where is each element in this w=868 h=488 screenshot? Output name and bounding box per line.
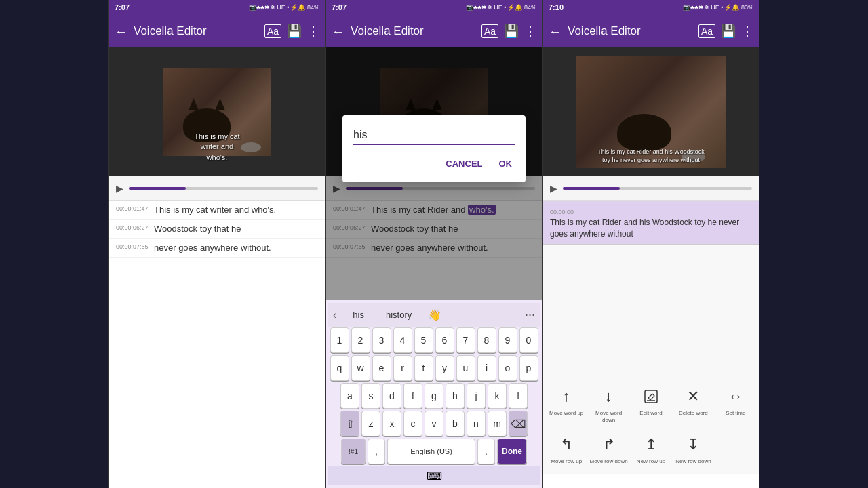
key-s[interactable]: s: [361, 383, 380, 409]
key-2[interactable]: 2: [351, 327, 370, 353]
move-word-down-button[interactable]: ↓ Move word down: [588, 380, 629, 427]
left-more-icon[interactable]: ⋮: [307, 24, 319, 39]
left-play-button[interactable]: ▶: [116, 183, 123, 194]
action-grid: ↑ Move word up ↓ Move word down Edit wor…: [546, 380, 756, 469]
keyboard-row-asdf: a s d f g h j k l: [328, 383, 540, 409]
new-row-up-label: New row up: [637, 458, 665, 465]
key-m[interactable]: m: [488, 411, 507, 436]
left-font-icon[interactable]: Aa: [264, 24, 281, 38]
middle-save-icon[interactable]: 💾: [504, 24, 519, 39]
right-app-bar: ← Voicella Editor Aa 💾 ⋮: [543, 15, 759, 47]
right-app-title: Voicella Editor: [568, 24, 693, 38]
edit-dialog: CANCEL OK: [342, 115, 526, 182]
keyboard-dismiss-icon[interactable]: ⌨: [427, 470, 442, 483]
key-p[interactable]: p: [519, 355, 538, 381]
right-progress-bar[interactable]: [563, 187, 752, 190]
key-comma[interactable]: ,: [368, 439, 385, 464]
right-subtitle-overlay: This is my cat Rider and his Woodstockto…: [576, 148, 726, 164]
key-9[interactable]: 9: [498, 327, 517, 353]
left-back-button[interactable]: ←: [115, 24, 128, 39]
key-a[interactable]: a: [340, 383, 359, 409]
key-b[interactable]: b: [446, 411, 465, 436]
key-c[interactable]: c: [403, 411, 422, 436]
cancel-button[interactable]: CANCEL: [443, 156, 485, 171]
left-phone: 7:07 📷♣♣✱❄ UE • ⚡🔔 84% ← Voicella Editor…: [108, 0, 326, 488]
key-backspace[interactable]: ⌫: [509, 411, 528, 436]
suggestion-more[interactable]: ···: [525, 308, 535, 322]
key-j[interactable]: j: [467, 383, 486, 409]
move-word-up-button[interactable]: ↑ Move word up: [546, 380, 587, 427]
key-v[interactable]: v: [425, 411, 443, 436]
key-8[interactable]: 8: [477, 327, 496, 353]
move-row-down-button[interactable]: ↱ Move row down: [588, 428, 629, 469]
left-progress-bar[interactable]: [129, 187, 318, 190]
key-d[interactable]: d: [382, 383, 401, 409]
edit-word-label: Edit word: [639, 410, 662, 417]
key-1[interactable]: 1: [330, 327, 349, 353]
middle-font-icon[interactable]: Aa: [481, 24, 498, 38]
key-6[interactable]: 6: [435, 327, 454, 353]
key-i[interactable]: i: [477, 355, 496, 381]
key-5[interactable]: 5: [414, 327, 433, 353]
key-n[interactable]: n: [467, 411, 486, 436]
key-r[interactable]: r: [393, 355, 412, 381]
key-k[interactable]: k: [488, 383, 507, 409]
left-video-area: This is my catwriter andwho's.: [109, 47, 325, 176]
key-g[interactable]: g: [425, 383, 443, 409]
key-y[interactable]: y: [435, 355, 454, 381]
delete-word-button[interactable]: ✕ Delete word: [673, 380, 713, 427]
key-7[interactable]: 7: [456, 327, 475, 353]
key-u[interactable]: u: [456, 355, 475, 381]
key-h[interactable]: h: [446, 383, 465, 409]
table-row: 00:00:06:27 Woodstock toy that he: [109, 220, 325, 239]
left-status-bar: 7:07 📷♣♣✱❄ UE • ⚡🔔 84%: [109, 0, 325, 15]
key-t[interactable]: t: [414, 355, 433, 381]
middle-back-button[interactable]: ←: [332, 24, 345, 39]
key-space[interactable]: English (US): [387, 439, 475, 464]
right-back-button[interactable]: ←: [549, 24, 562, 39]
keyboard-bottom-row: !#1 , English (US) . Done: [328, 439, 540, 464]
move-row-up-button[interactable]: ↰ Move row up: [546, 428, 587, 469]
new-row-down-label: New row down: [675, 458, 711, 465]
delete-icon: ✕: [681, 384, 705, 409]
key-o[interactable]: o: [498, 355, 517, 381]
key-shift[interactable]: ⇧: [340, 411, 359, 436]
new-row-down-icon: ↧: [681, 432, 705, 457]
middle-more-icon[interactable]: ⋮: [524, 24, 536, 39]
keyboard-back-icon[interactable]: ‹: [333, 309, 336, 321]
key-e[interactable]: e: [372, 355, 391, 381]
key-done[interactable]: Done: [497, 439, 527, 464]
key-l[interactable]: l: [509, 383, 528, 409]
key-3[interactable]: 3: [372, 327, 391, 353]
middle-app-bar: ← Voicella Editor Aa 💾 ⋮: [326, 15, 542, 47]
move-word-up-label: Move word up: [549, 410, 583, 417]
suggestion-history[interactable]: history: [380, 308, 417, 321]
right-time: 7:10: [549, 3, 564, 12]
suggestion-emoji[interactable]: 👋: [428, 308, 441, 321]
right-playback-bar: ▶: [543, 176, 759, 201]
key-f[interactable]: f: [403, 383, 422, 409]
keyboard: ‹ his history 👋 ··· 1 2 3 4 5 6 7 8 9 0 …: [326, 300, 542, 488]
key-sym[interactable]: !#1: [341, 439, 366, 464]
right-play-button[interactable]: ▶: [550, 183, 557, 194]
key-4[interactable]: 4: [393, 327, 412, 353]
right-font-icon[interactable]: Aa: [698, 24, 715, 38]
key-x[interactable]: x: [382, 411, 401, 436]
suggestion-his[interactable]: his: [347, 308, 370, 321]
left-save-icon[interactable]: 💾: [287, 24, 302, 39]
ok-button[interactable]: OK: [496, 156, 515, 171]
right-more-icon[interactable]: ⋮: [741, 24, 753, 39]
right-save-icon[interactable]: 💾: [721, 24, 736, 39]
edit-word-button[interactable]: Edit word: [631, 380, 671, 427]
set-time-button[interactable]: ↔ Set time: [715, 380, 756, 427]
new-row-down-button[interactable]: ↧ New row down: [673, 428, 713, 469]
key-period[interactable]: .: [477, 439, 495, 464]
key-q[interactable]: q: [330, 355, 349, 381]
left-time: 7:07: [115, 3, 130, 12]
timestamp: 00:00:06:27: [116, 224, 150, 231]
key-z[interactable]: z: [361, 411, 380, 436]
new-row-up-button[interactable]: ↥ New row up: [631, 428, 671, 469]
dialog-input[interactable]: [353, 126, 515, 145]
key-w[interactable]: w: [351, 355, 370, 381]
key-0[interactable]: 0: [519, 327, 538, 353]
